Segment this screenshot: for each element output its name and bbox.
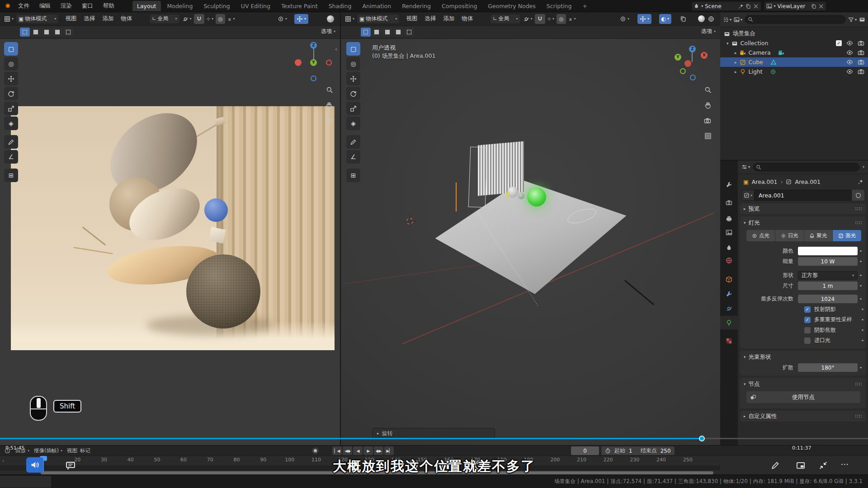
drag-dots-icon[interactable] <box>855 221 862 225</box>
tab-view-layer[interactable] <box>720 225 738 239</box>
checkbox-unchecked[interactable] <box>804 338 811 344</box>
animate-dot[interactable] <box>859 340 866 342</box>
workspace-tab[interactable]: Modeling <box>163 1 198 11</box>
tab-world[interactable] <box>720 253 738 267</box>
shading-mode-buttons[interactable] <box>696 14 717 24</box>
outliner-row-light[interactable]: ▸ Light <box>720 67 868 76</box>
tool-measure[interactable]: ∠ <box>346 150 360 164</box>
new-scene-icon[interactable] <box>745 4 751 9</box>
spread-field[interactable]: 180° <box>798 363 858 372</box>
jump-to-start-button[interactable]: ▏◀ <box>332 446 342 455</box>
timeline-expand-chevron[interactable]: › <box>2 458 4 464</box>
workspace-tab[interactable]: Scripting <box>542 1 576 11</box>
options-dropdown[interactable]: 选项▾ <box>321 28 335 35</box>
collection-label[interactable]: Collection <box>741 40 769 47</box>
editor-type-button[interactable]: ▾ <box>343 14 357 24</box>
animate-dot[interactable] <box>858 285 864 287</box>
tool-cursor[interactable]: ◎ <box>346 57 360 70</box>
color-swatch[interactable] <box>798 247 858 255</box>
light-type-spot[interactable]: 聚光 <box>804 230 833 241</box>
filter-icon[interactable]: ▾ <box>848 17 857 23</box>
proportional-edit-toggle[interactable]: ◎ <box>216 14 225 24</box>
workspace-tab[interactable]: Layout <box>132 1 161 11</box>
select-mode-intersect[interactable] <box>404 28 414 37</box>
proportional-edit-toggle[interactable]: ◎ <box>557 14 566 24</box>
new-viewlayer-icon[interactable] <box>811 4 816 9</box>
panel-header[interactable]: ▾灯光 <box>740 217 866 228</box>
outliner-editor-icon[interactable]: ▾ <box>723 17 731 23</box>
tool-select-box[interactable]: ▢ <box>346 42 360 56</box>
expand-triangle-icon[interactable]: ▸ <box>735 51 737 55</box>
light-datablock-icon[interactable]: ▾ <box>741 190 755 201</box>
volume-button[interactable] <box>26 457 43 473</box>
play-reverse-button[interactable]: ◀ <box>353 446 363 455</box>
options-dropdown[interactable]: 选项▾ <box>701 28 716 35</box>
viewport-menu-item[interactable]: 添加 <box>443 15 454 23</box>
snap-target-dropdown[interactable]: ⊹▾ <box>204 14 216 24</box>
breadcrumb-data[interactable]: Area.001 <box>795 178 821 185</box>
mode-dropdown[interactable]: ▣物体模式▾ <box>357 14 400 24</box>
expand-triangle-icon[interactable]: ▾ <box>726 41 729 46</box>
render-camera-icon[interactable] <box>858 68 864 75</box>
tool-move[interactable] <box>346 72 360 85</box>
video-seekbar[interactable] <box>0 438 868 439</box>
light-type-sun[interactable]: 日光 <box>775 230 804 241</box>
axis-z-handle[interactable]: Z <box>689 46 696 52</box>
topbar-menu-item[interactable]: 渲染 <box>61 2 72 10</box>
gray-sphere[interactable] <box>518 193 524 199</box>
eye-icon[interactable] <box>846 68 853 75</box>
axis-x-handle[interactable]: X <box>701 52 708 59</box>
select-mode-new[interactable] <box>361 28 371 37</box>
tool-rotate[interactable] <box>4 87 18 100</box>
shading-sphere-button[interactable] <box>325 14 336 24</box>
pan-hand-icon[interactable] <box>703 100 713 111</box>
tool-add-cube[interactable]: ⊞ <box>346 169 360 182</box>
size-field[interactable]: 1 m <box>798 282 858 290</box>
panel-custom-properties[interactable]: ▸自定义属性 <box>740 411 866 422</box>
area-light-selected[interactable] <box>527 188 546 206</box>
axis-y-neg-handle[interactable] <box>680 68 686 74</box>
viewport-menu-item[interactable]: 添加 <box>102 15 113 23</box>
snap-toggle[interactable] <box>194 14 204 24</box>
animate-dot[interactable] <box>858 250 864 252</box>
proportional-falloff-dropdown[interactable]: ⌅▾ <box>225 14 237 24</box>
tool-transform[interactable]: ◈ <box>4 117 18 130</box>
danmaku-edit-button[interactable] <box>769 459 782 472</box>
animate-dot[interactable] <box>858 298 864 300</box>
power-field[interactable]: 10 W <box>798 257 858 266</box>
more-options-button[interactable]: ⋯ <box>837 458 853 470</box>
tab-modifiers[interactable] <box>720 287 738 300</box>
properties-editor-icon[interactable]: ▾ <box>741 164 750 170</box>
checkbox-checked[interactable]: ✓ <box>804 317 811 323</box>
play-button[interactable]: ▶ <box>363 446 373 455</box>
workspace-tab[interactable]: Sculpting <box>199 1 234 11</box>
subtitle-toggle-button[interactable] <box>63 459 78 472</box>
topbar-menu-item[interactable]: 窗口 <box>82 2 93 10</box>
breadcrumb-object[interactable]: Area.001 <box>752 178 778 185</box>
close-icon[interactable]: × <box>818 2 824 10</box>
tool-annotate[interactable] <box>346 135 360 149</box>
proportional-falloff-dropdown[interactable]: ⌅▾ <box>566 14 578 24</box>
stopwatch-icon[interactable] <box>605 448 611 454</box>
pin-icon[interactable] <box>858 179 863 185</box>
auto-keying-record-button[interactable] <box>312 447 319 454</box>
light-type-point[interactable]: 点光 <box>746 230 775 241</box>
topbar-menu-item[interactable]: 帮助 <box>103 2 114 10</box>
operator-panel[interactable]: ▸ 旋转 <box>372 428 495 439</box>
tool-rotate[interactable] <box>346 87 360 100</box>
eye-icon[interactable] <box>846 40 853 47</box>
topbar-menu-item[interactable]: 文件 <box>18 2 29 10</box>
current-frame-field[interactable]: 0 <box>571 446 599 455</box>
region-collapse-chevron[interactable]: ‹ <box>335 46 337 52</box>
xray-toggle[interactable] <box>678 14 689 24</box>
jump-to-end-button[interactable]: ▶▏ <box>384 446 394 455</box>
navigation-gizmo[interactable]: Z Y <box>293 42 337 87</box>
camera-view-icon[interactable] <box>323 115 334 126</box>
light-type-area[interactable]: 面光 <box>833 230 861 241</box>
expand-triangle-icon[interactable]: ▸ <box>735 70 737 74</box>
gizmos-toggle[interactable]: ▾ <box>294 14 308 24</box>
tab-render[interactable] <box>720 196 738 209</box>
outliner-row-scene-collection[interactable]: 场景集合 <box>720 29 868 38</box>
axis-z-neg-handle[interactable] <box>311 75 316 81</box>
yellow-sphere[interactable] <box>506 192 510 197</box>
